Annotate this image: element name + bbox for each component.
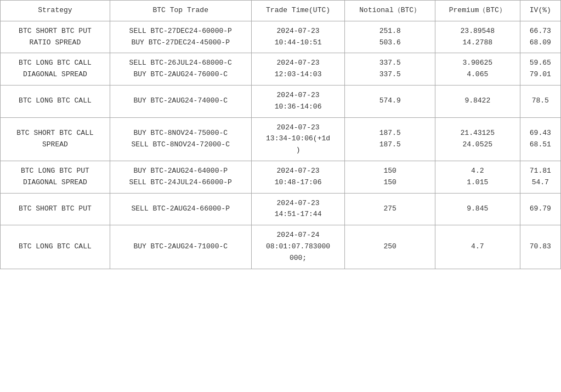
cell-notional: 337.5 337.5 [345,53,435,86]
cell-premium: 9.845 [435,193,520,225]
cell-premium: 23.89548 14.2788 [435,21,520,53]
cell-time: 2024-07-23 10:48-17:06 [251,161,345,193]
cell-iv: 78.5 [520,85,560,117]
cell-time: 2024-07-24 08:01:07.783000 000; [251,225,345,269]
cell-notional: 275 [345,193,435,225]
table-header-row: Strategy BTC Top Trade Trade Time(UTC) N… [1,1,561,21]
cell-strategy: BTC SHORT BTC PUT RATIO SPREAD [1,21,110,53]
header-notional: Notional（BTC） [345,1,435,21]
cell-iv: 69.79 [520,193,560,225]
cell-notional: 574.9 [345,85,435,117]
header-trade-time: Trade Time(UTC) [251,1,345,21]
cell-premium: 21.43125 24.0525 [435,117,520,161]
cell-trades: SELL BTC-27DEC24-60000-P BUY BTC-27DEC24… [110,21,251,53]
table-row: BTC SHORT BTC CALL SPREADBUY BTC-8NOV24-… [1,117,561,161]
table-row: BTC SHORT BTC PUT RATIO SPREADSELL BTC-2… [1,21,561,53]
trades-table: Strategy BTC Top Trade Trade Time(UTC) N… [0,0,561,269]
cell-premium: 4.7 [435,225,520,269]
cell-iv: 70.83 [520,225,560,269]
cell-trades: BUY BTC-8NOV24-75000-C SELL BTC-8NOV24-7… [110,117,251,161]
table-row: BTC SHORT BTC PUTSELL BTC-2AUG24-66000-P… [1,193,561,225]
cell-strategy: BTC LONG BTC PUT DIAGONAL SPREAD [1,161,110,193]
cell-trades: SELL BTC-2AUG24-66000-P [110,193,251,225]
cell-trades: BUY BTC-2AUG24-74000-C [110,85,251,117]
cell-strategy: BTC LONG BTC CALL [1,225,110,269]
table-row: BTC LONG BTC CALLBUY BTC-2AUG24-71000-C2… [1,225,561,269]
table-row: BTC LONG BTC CALLBUY BTC-2AUG24-74000-C2… [1,85,561,117]
cell-premium: 9.8422 [435,85,520,117]
table-row: BTC LONG BTC PUT DIAGONAL SPREADBUY BTC-… [1,161,561,193]
cell-time: 2024-07-23 14:51-17:44 [251,193,345,225]
header-premium: Premium（BTC） [435,1,520,21]
cell-trades: BUY BTC-2AUG24-71000-C [110,225,251,269]
table-row: BTC LONG BTC CALL DIAGONAL SPREADSELL BT… [1,53,561,86]
cell-notional: 250 [345,225,435,269]
cell-time: 2024-07-23 13:34-10:06(+1d ) [251,117,345,161]
cell-iv: 66.73 68.09 [520,21,560,53]
cell-iv: 59.65 79.01 [520,53,560,86]
cell-trades: BUY BTC-2AUG24-64000-P SELL BTC-24JUL24-… [110,161,251,193]
cell-strategy: BTC LONG BTC CALL [1,85,110,117]
cell-premium: 4.2 1.015 [435,161,520,193]
cell-strategy: BTC SHORT BTC CALL SPREAD [1,117,110,161]
cell-premium: 3.90625 4.065 [435,53,520,86]
cell-time: 2024-07-23 12:03-14:03 [251,53,345,86]
cell-notional: 187.5 187.5 [345,117,435,161]
header-iv: IV(%) [520,1,560,21]
cell-iv: 69.43 68.51 [520,117,560,161]
cell-strategy: BTC LONG BTC CALL DIAGONAL SPREAD [1,53,110,86]
cell-time: 2024-07-23 10:36-14:06 [251,85,345,117]
cell-notional: 251.8 503.6 [345,21,435,53]
cell-strategy: BTC SHORT BTC PUT [1,193,110,225]
header-strategy: Strategy [1,1,110,21]
cell-iv: 71.81 54.7 [520,161,560,193]
cell-time: 2024-07-23 10:44-10:51 [251,21,345,53]
header-btc-top-trade: BTC Top Trade [110,1,251,21]
cell-trades: SELL BTC-26JUL24-68000-C BUY BTC-2AUG24-… [110,53,251,86]
cell-notional: 150 150 [345,161,435,193]
